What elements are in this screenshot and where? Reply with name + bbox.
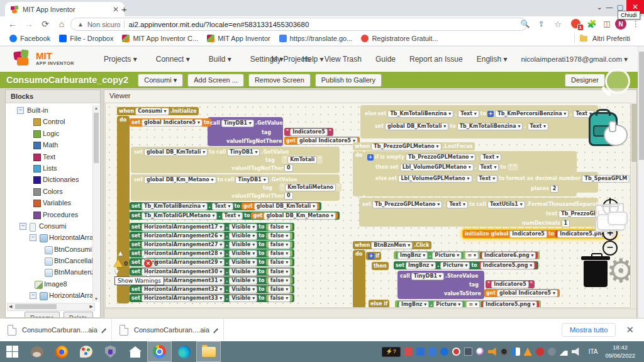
tray-warning-icon[interactable] [524, 348, 532, 356]
block-dropdown[interactable]: false ▾ [268, 286, 291, 293]
tray-no-entry-icon[interactable] [452, 348, 460, 356]
tray-battery-icon[interactable]: ⚡? [382, 347, 401, 357]
nested-block[interactable]: false ▾ [266, 268, 293, 275]
tray-camera-icon[interactable] [500, 348, 508, 356]
block-row[interactable]: setImgBnz ▾.Picture ▾toIndicatore5.png ▾ [394, 261, 538, 269]
tree-item-horizontalarrangemen[interactable]: −HorizontalArrangemen [6, 290, 94, 302]
tree-item-logic[interactable]: Logic [6, 128, 94, 140]
block-row[interactable]: ImgBnz ▾.Picture ▾= ▾Indicatore5.png ▾ [395, 300, 541, 308]
block-dropdown[interactable]: HorizontalArrangement17 ▾ [142, 223, 225, 231]
scroll-down-icon[interactable]: ▼ [93, 297, 99, 301]
not-secure-icon[interactable]: ▲ [77, 21, 84, 28]
block-dropdown[interactable]: Text ▾ [458, 110, 479, 118]
block-dropdown[interactable]: Tb_KmTotaliBenzina ▾ [142, 203, 208, 210]
new-tab-button[interactable]: + [121, 4, 127, 14]
taskbar-security-icon[interactable] [98, 341, 123, 362]
adblock-extension-icon[interactable]: 1 [571, 19, 580, 28]
block-dropdown[interactable]: HorizontalArrangement27 ▾ [142, 241, 225, 249]
block-dropdown[interactable]: HorizontalArrangement28 ▾ [142, 250, 225, 257]
scroll-up-icon[interactable]: ▲ [93, 106, 99, 110]
tray-icon-4[interactable] [476, 348, 484, 356]
block-row[interactable]: callTinyDB1 ▾.StoreValue [400, 272, 478, 280]
block-dropdown[interactable]: global DB_KmTotali ▾ [385, 123, 448, 130]
tree-item-image8[interactable]: Image8 [6, 279, 94, 290]
blocks-canvas[interactable]: 0 ✕ 0 ▲ ▲ ▼ ▼ Show Warnings + − ⚙ whenCo… [105, 103, 631, 308]
block-dropdown[interactable]: Tb_KmPercorsiBenzina ▾ [495, 110, 569, 118]
start-button[interactable] [0, 341, 25, 362]
block-row[interactable]: else if [369, 300, 389, 308]
block-dropdown[interactable]: Indicatore6.png ▾ [482, 252, 536, 259]
block-row[interactable]: setglobal DB_KmTotali ▾tocallTinyDB1 ▾.G… [134, 148, 289, 156]
block-frame[interactable]: do [117, 116, 130, 303]
link-view-trash[interactable]: View Trash [325, 55, 362, 64]
block-dropdown[interactable]: HorizontalArrangement32 ▾ [142, 286, 225, 293]
block-dropdown[interactable]: Picture ▾ [440, 262, 470, 269]
link-report-an-issue[interactable]: Report an Issue [409, 55, 463, 64]
block-dropdown[interactable]: global Indicatore5 ▾ [297, 137, 358, 145]
nested-block[interactable]: " " [508, 164, 518, 171]
block-row[interactable]: setHorizontalArrangement17 ▾.Visible ▾to… [130, 223, 294, 231]
block-dropdown[interactable]: Visible ▾ [229, 232, 257, 240]
block-dropdown[interactable]: Visible ▾ [229, 259, 257, 266]
block-row[interactable]: setHorizontalArrangement30 ▾.Visible ▾to… [130, 268, 294, 276]
mutator-icon[interactable]: + [368, 253, 374, 259]
zoom-out-button[interactable]: − [602, 240, 618, 256]
block-row[interactable]: valueToStore [444, 290, 481, 298]
block-dropdown[interactable]: ImgBnz ▾ [406, 262, 436, 269]
block-dropdown[interactable]: Text ▾ [222, 212, 243, 220]
sidebar-horizontal-scrollbar[interactable]: ◀ ▶ [7, 303, 95, 311]
forward-icon[interactable]: → [23, 18, 35, 30]
block-row[interactable]: setglobal DB_KmTotali ▾toTb_KmTotaliBenz… [375, 122, 548, 130]
block-row[interactable]: setTb_KmTotaliGPLMetano ▾.Text ▾togetglo… [130, 212, 340, 220]
browser-tab[interactable]: MIT App Inventor ✕ [5, 2, 125, 16]
block-dropdown[interactable]: Indicatore5 [491, 281, 529, 288]
block-dropdown[interactable]: TinyDB1 ▾ [227, 149, 260, 156]
block-row[interactable]: thensetLbl_VolumeGPLMetano ▾.Text ▾to" " [375, 163, 518, 171]
tray-icon-5[interactable] [512, 348, 520, 356]
block-row[interactable]: valueIfTagNotThere [226, 137, 282, 145]
tray-speaker-icon[interactable] [572, 348, 580, 356]
expander-icon[interactable]: − [19, 223, 26, 230]
tree-item-btncancelladatico[interactable]: BtnCancellaDatiCo [6, 256, 94, 267]
taskbar-edge-icon[interactable] [172, 341, 196, 362]
show-all-downloads-button[interactable]: Mostra tutto [562, 323, 616, 337]
block-dropdown[interactable]: KmTotaliMetano [285, 184, 336, 191]
download-item[interactable]: ConsumoCarburan....aia [0, 319, 112, 341]
designer-toggle-button[interactable]: Designer [565, 74, 605, 87]
block-dropdown[interactable]: Visible ▾ [229, 295, 257, 302]
taskbar-clock[interactable]: 18:42 09/06/2022 [605, 344, 635, 360]
block-frame[interactable]: do [353, 151, 364, 196]
block-row[interactable]: valueIfTagNotThere [231, 192, 287, 200]
nested-block[interactable]: false ▾ [266, 232, 293, 239]
block-dropdown[interactable]: Indicatore5 [509, 230, 547, 238]
nested-block[interactable]: false ▾ [266, 250, 293, 257]
block-dropdown[interactable]: Text ▾ [528, 123, 549, 130]
language-select[interactable]: English ▾ [477, 55, 508, 64]
block-dropdown[interactable]: Visible ▾ [229, 223, 257, 231]
block-row[interactable]: 0 [284, 164, 293, 172]
tree-item-colors[interactable]: Colors [6, 186, 94, 198]
extensions-puzzle-icon[interactable]: 🧩 [586, 18, 597, 30]
error-icon[interactable]: ✕ [143, 259, 153, 268]
block-dropdown[interactable]: Visible ▾ [229, 277, 257, 285]
block-frame[interactable]: do [353, 250, 365, 308]
taskbar-paint-icon[interactable] [74, 341, 98, 362]
taskbar-gimp-icon[interactable] [25, 341, 49, 362]
block-row[interactable]: setHorizontalArrangement32 ▾.Visible ▾to… [130, 285, 294, 293]
link-guide[interactable]: Guide [375, 55, 396, 64]
block-dropdown[interactable]: HorizontalArrangement30 ▾ [142, 268, 225, 276]
nested-block[interactable]: ImgBnz ▾.Picture ▾ [397, 301, 465, 308]
block-dropdown[interactable]: Tb_KmTotaliBenzina ▾ [457, 123, 523, 130]
block-dropdown[interactable]: Lbl_VolumeGPLMetano ▾ [400, 164, 474, 171]
block-row[interactable]: setTb_PrezzoGPLMetano ▾.Text ▾tocallText… [362, 200, 604, 208]
block-row[interactable]: valueIfTagNotThere [231, 164, 287, 173]
block-dropdown[interactable]: false ▾ [268, 295, 291, 302]
tray-icon-1[interactable] [404, 348, 413, 356]
tray-icon-2[interactable] [416, 348, 425, 356]
block-dropdown[interactable]: Indicatore5 [290, 128, 328, 136]
nested-block[interactable]: getglobal DB_KmTotali ▾ [242, 203, 319, 210]
downloads-close-icon[interactable]: ✕ [626, 324, 634, 336]
side-panel-icon[interactable]: ◫ [601, 18, 613, 30]
block-dropdown[interactable]: global Indicatore5 ▾ [142, 119, 203, 127]
block-dropdown[interactable]: KmTotali [287, 156, 317, 164]
